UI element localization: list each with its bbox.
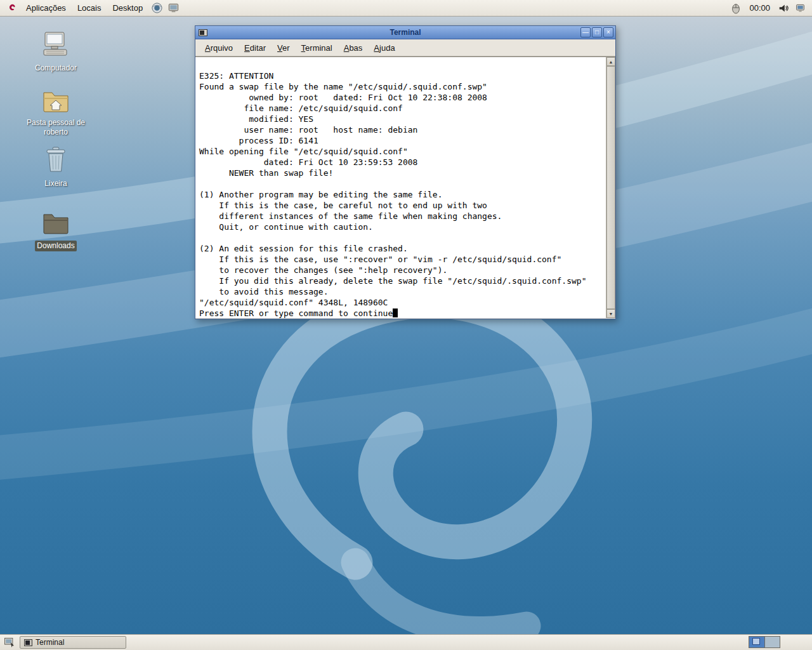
- desktop-icon-label: Downloads: [35, 241, 76, 251]
- scroll-up-button[interactable]: ▲: [606, 57, 615, 66]
- scrollbar-track[interactable]: [606, 66, 615, 309]
- window-title: Terminal: [195, 28, 615, 37]
- terminal-scrollbar[interactable]: ▲ ▼: [606, 57, 615, 318]
- workspace-switcher: [749, 636, 780, 648]
- top-panel: Aplicações Locais Desktop: [0, 0, 812, 17]
- mouse-status-icon[interactable]: [729, 1, 743, 15]
- terminal-icon: [24, 639, 32, 646]
- clock[interactable]: 00:00: [744, 3, 775, 13]
- minimize-button[interactable]: —: [580, 27, 591, 37]
- terminal-content-area[interactable]: E325: ATTENTION Found a swap file by the…: [195, 56, 615, 318]
- desktop-icon-pasta-pessoal[interactable]: Pasta pessoal de roberto: [20, 85, 91, 138]
- debian-swirl-icon[interactable]: [5, 1, 19, 15]
- display-launcher-icon[interactable]: [166, 1, 180, 15]
- maximize-button[interactable]: □: [592, 27, 602, 37]
- desktop-icon-label: Lixeira: [43, 178, 69, 189]
- desktop-screen: Aplicações Locais Desktop: [0, 0, 812, 650]
- terminal-menubar: Arquivo Editar Ver Terminal Abas Ajuda: [195, 39, 615, 56]
- volume-icon[interactable]: [776, 1, 790, 15]
- top-panel-right: 00:00: [728, 0, 812, 16]
- desktop-icon-computador[interactable]: Computador: [20, 29, 91, 74]
- menu-ver[interactable]: Ver: [272, 41, 296, 55]
- workspace-2[interactable]: [764, 637, 780, 647]
- scrollbar-thumb[interactable]: [606, 66, 615, 309]
- desktop-area[interactable]: Computador Pasta pessoal de roberto: [0, 17, 812, 634]
- menu-abas[interactable]: Abas: [338, 41, 369, 55]
- trash-icon: [41, 145, 71, 175]
- desktop-icon-downloads[interactable]: Downloads: [20, 207, 91, 251]
- terminal-titlebar[interactable]: Terminal — □ ×: [195, 26, 615, 39]
- scroll-down-button[interactable]: ▼: [606, 309, 615, 318]
- desktop-icon-label: Pasta pessoal de roberto: [20, 117, 91, 138]
- browser-launcher-icon[interactable]: [150, 1, 164, 15]
- window-controls: — □ ×: [580, 27, 613, 37]
- terminal-window: Terminal — □ × Arquivo Editar Ver Termin…: [195, 25, 616, 319]
- workspace-window-miniature: [752, 638, 760, 645]
- menu-arquivo[interactable]: Arquivo: [199, 41, 239, 55]
- desktop-icon-label: Computador: [33, 63, 79, 74]
- taskbar-item-terminal[interactable]: Terminal: [20, 636, 126, 649]
- terminal-text: E325: ATTENTION Found a swap file by the…: [195, 57, 615, 319]
- menu-editar[interactable]: Editar: [239, 41, 272, 55]
- terminal-cursor: [393, 308, 398, 317]
- display-status-icon[interactable]: [793, 1, 807, 15]
- menu-ajuda[interactable]: Ajuda: [368, 41, 400, 55]
- taskbar-item-label: Terminal: [36, 638, 64, 647]
- close-button[interactable]: ×: [603, 27, 613, 37]
- terminal-output: E325: ATTENTION Found a swap file by the…: [199, 71, 586, 318]
- show-desktop-button[interactable]: [2, 636, 17, 649]
- computer-icon: [41, 29, 71, 60]
- top-panel-left: Aplicações Locais Desktop: [0, 0, 181, 16]
- home-folder-icon: [41, 85, 71, 116]
- bottom-panel: Terminal: [0, 634, 812, 650]
- workspace-1[interactable]: [749, 637, 764, 647]
- menu-aplicacoes[interactable]: Aplicações: [20, 1, 72, 15]
- menu-locais[interactable]: Locais: [72, 1, 107, 15]
- dark-folder-icon: [41, 207, 71, 237]
- menu-terminal[interactable]: Terminal: [296, 41, 338, 55]
- desktop-icon-lixeira[interactable]: Lixeira: [20, 145, 91, 189]
- menu-desktop[interactable]: Desktop: [107, 1, 148, 15]
